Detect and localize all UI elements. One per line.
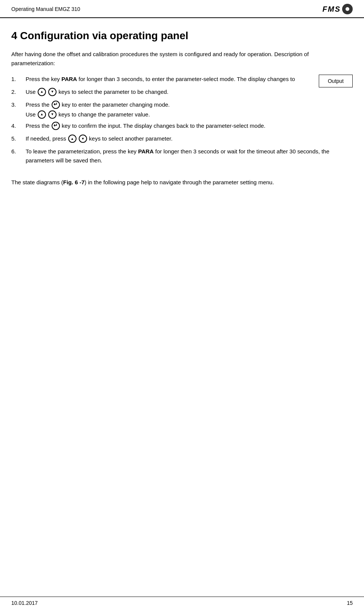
state-diagrams-paragraph: The state diagrams (Fig. 6 -7) in the fo… [11, 178, 353, 187]
step-5-text: If needed, press keys to select another … [26, 134, 353, 143]
step-1-number: 1. [11, 75, 26, 84]
step-3: 3. Press the key to enter the parameter … [11, 100, 353, 109]
step-6-number: 6. [11, 147, 26, 165]
steps-section: 1. Press the key PARA for longer than 3 … [11, 75, 353, 169]
step-2-number: 2. [11, 87, 26, 96]
enter-icon-3 [52, 101, 60, 109]
page-content: 4 Configuration via operating panel Afte… [0, 18, 364, 198]
up-arrow-icon-5 [68, 135, 76, 143]
logo-text: FMS [323, 5, 341, 14]
step-3-text: Press the key to enter the parameter cha… [26, 100, 353, 109]
step-3-number: 3. [11, 100, 26, 109]
footer-date: 10.01.2017 [11, 600, 38, 606]
steps-column: 1. Press the key PARA for longer than 3 … [11, 75, 353, 169]
step-6: 6. To leave the parameterization, press … [11, 147, 353, 165]
down-arrow-icon-5 [79, 135, 87, 143]
step-5-number: 5. [11, 134, 26, 143]
step-2: 2. Use keys to select the parameter to b… [11, 87, 353, 96]
step-5: 5. If needed, press keys to select anoth… [11, 134, 353, 143]
header-title: Operating Manual EMGZ 310 [11, 6, 80, 12]
step-1-text: Press the key PARA for longer than 3 sec… [26, 75, 311, 84]
output-box: Output [319, 75, 353, 87]
para-key-6: PARA [138, 148, 154, 155]
step-4-number: 4. [11, 121, 26, 130]
enter-icon-4 [52, 122, 60, 130]
footer-page-number: 15 [347, 600, 353, 606]
step-1: 1. Press the key PARA for longer than 3 … [11, 75, 311, 84]
down-arrow-icon [48, 88, 57, 96]
step-6-text: To leave the parameterization, press the… [26, 147, 353, 165]
step-4: 4. Press the key to confirm the input. T… [11, 121, 353, 130]
page-footer: 10.01.2017 15 [0, 597, 364, 609]
up-arrow-icon-3b [38, 110, 46, 119]
up-arrow-icon [38, 88, 46, 96]
logo-circle-icon [342, 4, 353, 14]
intro-paragraph: After having done the offset and calibra… [11, 50, 353, 68]
fms-logo: FMS [323, 4, 353, 14]
page-header: Operating Manual EMGZ 310 FMS [0, 0, 364, 18]
fig-ref: Fig. 6 -7 [63, 179, 85, 185]
down-arrow-icon-3b [48, 110, 57, 119]
step-3-substep: Use keys to change the parameter value. [26, 110, 353, 119]
step-2-text: Use keys to select the parameter to be c… [26, 87, 353, 96]
step-4-text: Press the key to confirm the input. The … [26, 121, 353, 130]
chapter-heading: 4 Configuration via operating panel [11, 29, 353, 42]
para-key-1: PARA [61, 76, 77, 82]
step-1-row: 1. Press the key PARA for longer than 3 … [11, 75, 353, 87]
